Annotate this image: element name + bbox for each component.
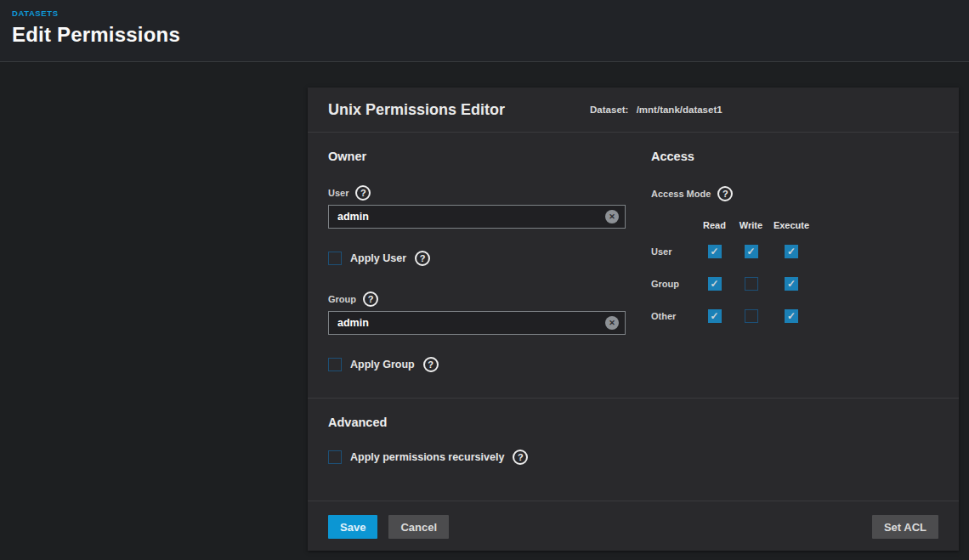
advanced-heading: Advanced — [328, 416, 938, 429]
access-section: Access Access Mode ? ReadWriteExecuteUse… — [651, 150, 813, 372]
check-icon: ✓ — [710, 311, 718, 321]
card-body: Owner User ? ✕ ✓ Apply User ? Group ? — [308, 133, 959, 501]
access-heading: Access — [651, 150, 813, 163]
recursive-checkbox[interactable]: ✓ — [328, 450, 342, 464]
group-help-icon[interactable]: ? — [363, 291, 378, 307]
access-checkbox-user-write[interactable]: ✓ — [745, 245, 758, 258]
access-checkbox-other-write[interactable]: ✓ — [745, 309, 758, 323]
check-icon: ✓ — [787, 311, 796, 321]
recursive-help-icon[interactable]: ? — [513, 450, 528, 465]
dataset-info: Dataset: /mnt/tank/dataset1 — [590, 105, 722, 115]
dataset-label: Dataset: — [590, 105, 628, 115]
group-clear-icon[interactable]: ✕ — [605, 316, 619, 330]
dataset-path: /mnt/tank/dataset1 — [637, 105, 722, 115]
access-checkbox-user-read[interactable]: ✓ — [708, 245, 722, 258]
access-checkbox-other-read[interactable]: ✓ — [708, 309, 722, 323]
page-title: Edit Permissions — [12, 23, 957, 47]
check-icon: ✓ — [710, 246, 718, 257]
access-row-label-group: Group — [651, 279, 696, 308]
recursive-label: Apply permissions recursively — [350, 451, 504, 463]
owner-section: Owner User ? ✕ ✓ Apply User ? Group ? — [328, 150, 626, 372]
access-checkbox-other-execute[interactable]: ✓ — [785, 309, 798, 323]
apply-user-label: Apply User — [350, 252, 406, 264]
access-checkbox-group-read[interactable]: ✓ — [708, 277, 722, 291]
check-icon: ✓ — [710, 279, 718, 289]
access-mode-grid: ReadWriteExecuteUser✓✓✓Group✓✓✓Other✓✓✓ — [651, 220, 813, 342]
group-input[interactable] — [328, 311, 626, 335]
card-header: Unix Permissions Editor Dataset: /mnt/ta… — [308, 88, 959, 133]
access-column-header-write: Write — [733, 220, 769, 245]
user-input[interactable] — [328, 205, 626, 229]
save-button[interactable]: Save — [328, 515, 377, 539]
user-clear-icon[interactable]: ✕ — [605, 210, 619, 223]
access-row-label-other: Other — [651, 311, 696, 340]
advanced-divider — [308, 398, 959, 399]
access-mode-help-icon[interactable]: ? — [717, 186, 733, 201]
breadcrumb-datasets[interactable]: DATASETS — [12, 8, 957, 18]
actions-row: Save Cancel Set ACL — [308, 501, 959, 558]
apply-user-help-icon[interactable]: ? — [415, 251, 430, 266]
access-row-label-user: User — [651, 246, 696, 275]
access-checkbox-group-write[interactable]: ✓ — [745, 277, 758, 291]
check-icon: ✓ — [787, 279, 796, 289]
access-checkbox-user-execute[interactable]: ✓ — [785, 245, 798, 258]
apply-group-checkbox[interactable]: ✓ — [328, 358, 342, 371]
access-column-header-execute: Execute — [769, 220, 813, 245]
access-column-header-read: Read — [696, 220, 733, 245]
group-field-label: Group — [328, 294, 356, 304]
check-icon: ✓ — [746, 246, 755, 257]
access-mode-label: Access Mode — [651, 189, 711, 199]
unix-permissions-editor-card: Unix Permissions Editor Dataset: /mnt/ta… — [308, 88, 959, 551]
apply-group-help-icon[interactable]: ? — [423, 357, 439, 372]
owner-heading: Owner — [328, 150, 626, 163]
apply-group-label: Apply Group — [350, 359, 415, 371]
card-title: Unix Permissions Editor — [328, 101, 505, 119]
user-help-icon[interactable]: ? — [355, 185, 371, 201]
set-acl-button[interactable]: Set ACL — [872, 515, 938, 539]
page-header: DATASETS Edit Permissions — [0, 0, 969, 62]
check-icon: ✓ — [787, 246, 796, 257]
cancel-button[interactable]: Cancel — [388, 515, 449, 539]
access-checkbox-group-execute[interactable]: ✓ — [785, 277, 798, 291]
apply-user-checkbox[interactable]: ✓ — [328, 252, 342, 265]
access-grid-corner — [651, 220, 696, 245]
user-field-label: User — [328, 188, 348, 198]
